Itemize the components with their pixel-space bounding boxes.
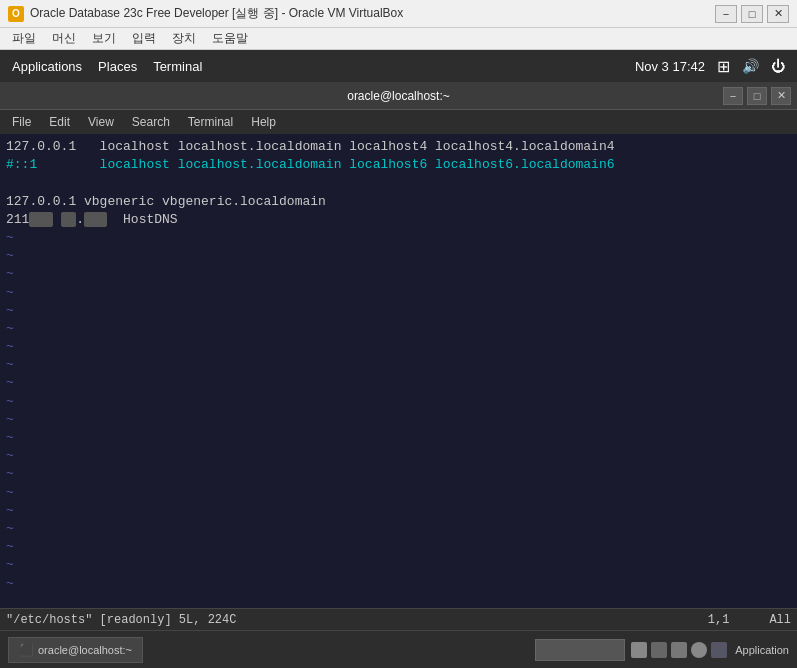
tray-icon-2 — [651, 642, 667, 658]
tray-icon-4 — [691, 642, 707, 658]
gnome-topbar: Applications Places Terminal Nov 3 17:42… — [0, 50, 797, 82]
terminal-line-5: 211■■■ ■■.■■■ HostDNS — [6, 211, 791, 229]
vbox-window-title: Oracle Database 23c Free Developer [실행 중… — [30, 5, 715, 22]
power-icon[interactable]: ⏻ — [771, 58, 785, 74]
tilde-7: ~ — [6, 338, 791, 356]
vbox-app-icon: O — [8, 6, 24, 22]
tilde-1: ~ — [6, 229, 791, 247]
tray-icon-1 — [631, 642, 647, 658]
terminal-menu-help[interactable]: Help — [243, 113, 284, 131]
statusbar-cursor-pos: 1,1 — [708, 613, 730, 627]
terminal-close-button[interactable]: ✕ — [771, 87, 791, 105]
terminal-restore-button[interactable]: □ — [747, 87, 767, 105]
tilde-10: ~ — [6, 393, 791, 411]
gnome-terminal-menu[interactable]: Terminal — [153, 59, 202, 74]
terminal-menu-view[interactable]: View — [80, 113, 122, 131]
vbox-close-button[interactable]: ✕ — [767, 5, 789, 23]
gnome-datetime: Nov 3 17:42 — [635, 59, 705, 74]
terminal-minimize-button[interactable]: − — [723, 87, 743, 105]
gnome-status-area: Nov 3 17:42 ⊞ 🔊 ⏻ — [635, 57, 785, 76]
terminal-line-2: #::1 localhost localhost.localdomain loc… — [6, 156, 791, 174]
tilde-19: ~ — [6, 556, 791, 574]
network-icon: ⊞ — [717, 57, 730, 76]
tilde-3: ~ — [6, 265, 791, 283]
statusbar-file-info: "/etc/hosts" [readonly] 5L, 224C — [6, 613, 708, 627]
terminal-menu-search[interactable]: Search — [124, 113, 178, 131]
terminal-window: oracle@localhost:~ − □ ✕ File Edit View … — [0, 82, 797, 630]
vbox-menu-file[interactable]: 파일 — [4, 28, 44, 49]
terminal-line-1: 127.0.0.1 localhost localhost.localdomai… — [6, 138, 791, 156]
system-tray: Application — [631, 642, 789, 658]
vbox-window-controls: − □ ✕ — [715, 5, 789, 23]
gnome-applications-menu[interactable]: Applications — [12, 59, 82, 74]
tilde-8: ~ — [6, 356, 791, 374]
terminal-statusbar: "/etc/hosts" [readonly] 5L, 224C 1,1 All — [0, 608, 797, 630]
statusbar-position: 1,1 All — [708, 613, 791, 627]
tilde-4: ~ — [6, 284, 791, 302]
vbox-restore-button[interactable]: □ — [741, 5, 763, 23]
statusbar-scroll: All — [769, 613, 791, 627]
tilde-17: ~ — [6, 520, 791, 538]
terminal-title: oracle@localhost:~ — [347, 89, 450, 103]
tray-icon-3 — [671, 642, 687, 658]
vbox-menu-input[interactable]: 입력 — [124, 28, 164, 49]
taskbar-terminal-icon: ⬛ — [19, 643, 34, 657]
tilde-15: ~ — [6, 484, 791, 502]
tray-icon-5 — [711, 642, 727, 658]
tilde-20: ~ — [6, 575, 791, 593]
tilde-13: ~ — [6, 447, 791, 465]
vbox-titlebar: O Oracle Database 23c Free Developer [실행… — [0, 0, 797, 28]
vbox-menu-view[interactable]: 보기 — [84, 28, 124, 49]
taskbar-input-field[interactable] — [535, 639, 625, 661]
vbox-menu-devices[interactable]: 장치 — [164, 28, 204, 49]
tilde-2: ~ — [6, 247, 791, 265]
gnome-places-menu[interactable]: Places — [98, 59, 137, 74]
tilde-9: ~ — [6, 374, 791, 392]
tray-app-label: Application — [735, 644, 789, 656]
tilde-18: ~ — [6, 538, 791, 556]
terminal-window-controls: − □ ✕ — [723, 87, 791, 105]
terminal-titlebar: oracle@localhost:~ − □ ✕ — [0, 82, 797, 110]
vbox-menu-machine[interactable]: 머신 — [44, 28, 84, 49]
terminal-menu-edit[interactable]: Edit — [41, 113, 78, 131]
terminal-menubar: File Edit View Search Terminal Help — [0, 110, 797, 134]
terminal-line-3 — [6, 174, 791, 192]
terminal-content[interactable]: 127.0.0.1 localhost localhost.localdomai… — [0, 134, 797, 608]
tilde-16: ~ — [6, 502, 791, 520]
gnome-taskbar: ⬛ oracle@localhost:~ Application — [0, 630, 797, 668]
tilde-11: ~ — [6, 411, 791, 429]
vbox-minimize-button[interactable]: − — [715, 5, 737, 23]
taskbar-terminal-label: oracle@localhost:~ — [38, 644, 132, 656]
vbox-menu-help[interactable]: 도움말 — [204, 28, 256, 49]
terminal-menu-terminal[interactable]: Terminal — [180, 113, 241, 131]
terminal-menu-file[interactable]: File — [4, 113, 39, 131]
tilde-6: ~ — [6, 320, 791, 338]
taskbar-terminal-button[interactable]: ⬛ oracle@localhost:~ — [8, 637, 143, 663]
tilde-14: ~ — [6, 465, 791, 483]
tilde-12: ~ — [6, 429, 791, 447]
terminal-line-4: 127.0.0.1 vbgeneric vbgeneric.localdomai… — [6, 193, 791, 211]
taskbar-right-area: Application — [535, 639, 789, 661]
volume-icon[interactable]: 🔊 — [742, 58, 759, 74]
vbox-menubar: 파일 머신 보기 입력 장치 도움말 — [0, 28, 797, 50]
tilde-5: ~ — [6, 302, 791, 320]
